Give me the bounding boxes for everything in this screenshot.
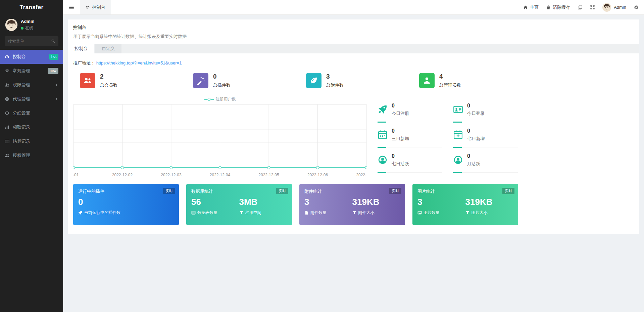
topbar-user-menu[interactable]: Admin — [602, 3, 626, 12]
page-title: 控制台 — [73, 25, 634, 31]
mini-stat-label: 今日注册 — [392, 110, 409, 117]
mini-stat-seven-day-active: 0 七日活跃 — [378, 147, 442, 173]
panel-content: 推广地址： https://thekking.top/?l=en&invite=… — [68, 53, 639, 230]
mini-stats-grid: 0 今日注册 0 今日登录 0 三日新增 0 七日新增 — [378, 96, 518, 179]
mini-stat-label: 七日新增 — [467, 136, 485, 142]
sidebar-item-agent[interactable]: 代理管理 — [0, 92, 63, 106]
chart-and-stats-row: 注册用户数 12-012022-12-022022-12-032022-12-0… — [73, 96, 634, 179]
bar-chart-icon — [5, 125, 9, 130]
user-circle-icon — [378, 155, 388, 165]
sidebar-item-label: 结算记录 — [13, 138, 30, 144]
brand-title: Transfer — [0, 0, 63, 15]
realtime-badge: 实时 — [163, 188, 175, 194]
mini-stat-monthly-active: 0 月活跃 — [453, 147, 518, 173]
topbar-tab-label: 控制台 — [92, 4, 105, 10]
mini-stat-label: 月活跃 — [467, 161, 480, 167]
agent-icon — [5, 97, 9, 101]
user-status-label: 在线 — [25, 25, 33, 31]
home-button[interactable]: 主页 — [523, 4, 539, 10]
circle-icon — [5, 111, 9, 116]
sidebar-item-label: 授权管理 — [13, 152, 30, 159]
card-attachment-stats: 附件统计 实时 3 附件数量 319KB 附件大小 — [299, 184, 405, 225]
panel-header: 控制台 用于展示当前系统中的统计数据、统计报表及重要实时数据 — [68, 19, 639, 44]
gear-icon — [634, 5, 639, 10]
realtime-badge: 实时 — [389, 188, 401, 194]
mini-stat-today-registered: 0 今日注册 — [378, 97, 442, 122]
mini-stat-value: 0 — [467, 153, 480, 159]
card-title: 数据库统计 — [191, 188, 287, 194]
promo-label: 推广地址： — [73, 60, 95, 65]
x-axis-label: 2022-12-07 — [356, 173, 367, 177]
sidebar-item-settlement-records[interactable]: 结算记录 — [0, 134, 63, 148]
promo-link[interactable]: https://thekking.top/?l=en&invite=51&use… — [96, 60, 182, 65]
avatar-image — [602, 3, 611, 12]
sidebar-user-block[interactable]: Admin 在线 — [0, 15, 63, 34]
mini-stat-value: 0 — [467, 103, 485, 109]
calendar-plus-icon — [453, 130, 463, 140]
user-avatar — [5, 19, 17, 31]
card-running-plugins: 运行中的插件 实时 0 当前运行中的插件数 — [73, 184, 179, 225]
dashboard-icon — [5, 54, 9, 59]
chevron-left-icon — [54, 97, 58, 101]
card-item-label: 占用空间 — [245, 210, 261, 216]
stat-value: 2 — [100, 73, 117, 80]
card-icon — [5, 139, 9, 144]
users-group-icon — [80, 73, 95, 88]
user-status: 在线 — [21, 25, 34, 31]
gears-icon — [5, 69, 9, 73]
magic-wand-icon — [193, 73, 208, 88]
copy-page-button[interactable] — [578, 5, 583, 10]
mini-stat-seven-day-new: 0 七日新增 — [453, 122, 518, 147]
chart-legend[interactable]: 注册用户数 — [73, 96, 367, 102]
mini-stat-label: 七日活跃 — [392, 161, 409, 167]
filter-icon — [465, 211, 470, 215]
x-axis-label: 12-01 — [73, 173, 79, 177]
user-avatar — [602, 3, 611, 12]
sidebar-item-permission[interactable]: 权限管理 — [0, 78, 63, 92]
stat-label: 总管理员数 — [439, 82, 461, 88]
clear-cache-label: 清除缓存 — [553, 4, 570, 10]
menu-toggle-button[interactable] — [63, 0, 80, 14]
x-axis-label: 2022-12-02 — [112, 173, 133, 177]
home-label: 主页 — [530, 4, 539, 10]
tab-dashboard[interactable]: 控制台 — [68, 44, 94, 53]
image-icon — [417, 211, 422, 215]
x-axis-labels: 12-012022-12-022022-12-032022-12-042022-… — [73, 173, 367, 178]
card-title: 运行中的插件 — [78, 188, 174, 194]
dashboard-icon — [85, 5, 90, 10]
dashboard-panel: 控制台 用于展示当前系统中的统计数据、统计报表及重要实时数据 控制台 自定义 推… — [68, 19, 639, 234]
legend-label: 注册用户数 — [216, 96, 236, 102]
card-title: 附件统计 — [304, 188, 400, 194]
x-axis-label: 2022-12-05 — [258, 173, 279, 177]
sidebar-item-dividend[interactable]: 分红设置 — [0, 106, 63, 120]
card-item-label: 当前运行中的插件数 — [84, 210, 120, 216]
mini-stat-value: 0 — [392, 153, 409, 159]
x-axis-label: 2022-12-04 — [210, 173, 230, 177]
card-value: 0 — [78, 197, 174, 207]
fullscreen-button[interactable] — [590, 5, 595, 10]
card-value: 56 — [191, 197, 239, 207]
sidebar-item-general[interactable]: 常规管理 new — [0, 64, 63, 78]
sidebar-item-label: 权限管理 — [13, 82, 30, 88]
topbar-tab-dashboard[interactable]: 控制台 — [80, 0, 111, 14]
sidebar-item-claim-records[interactable]: 领取记录 — [0, 120, 63, 134]
menu-search-input[interactable] — [5, 36, 58, 46]
home-icon — [523, 5, 528, 10]
hamburger-icon — [69, 5, 74, 10]
stat-value: 4 — [439, 73, 461, 80]
sidebar-item-authorization[interactable]: 授权管理 — [0, 148, 63, 163]
new-badge: new — [48, 68, 58, 74]
calendar-icon — [378, 130, 388, 140]
card-image-stats: 图片统计 实时 3 图片数量 319KB 图片大小 — [412, 184, 518, 225]
clear-cache-button[interactable]: 清除缓存 — [546, 4, 570, 10]
summary-cards-row: 运行中的插件 实时 0 当前运行中的插件数 数据库统计 实时 56 数据表数量 — [73, 184, 634, 225]
copy-icon — [578, 5, 583, 10]
card-value: 319KB — [352, 197, 400, 207]
file-icon — [304, 211, 309, 215]
mini-stat-label: 三日新增 — [392, 136, 409, 142]
sidebar-item-dashboard[interactable]: 控制台 hot — [0, 50, 63, 64]
tab-custom[interactable]: 自定义 — [95, 44, 121, 53]
settings-button[interactable] — [634, 5, 639, 10]
realtime-badge: 实时 — [276, 188, 288, 194]
promo-row: 推广地址： https://thekking.top/?l=en&invite=… — [73, 60, 634, 66]
